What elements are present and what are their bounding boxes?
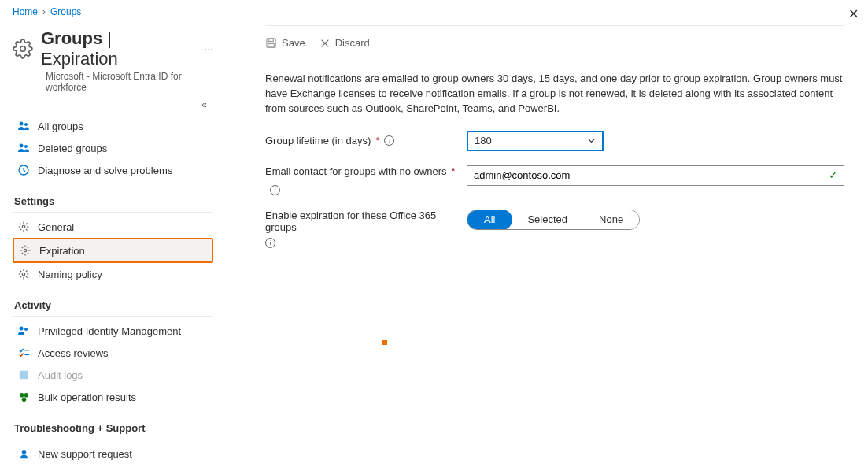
info-icon[interactable]: i bbox=[270, 185, 280, 195]
svg-rect-19 bbox=[269, 39, 274, 42]
svg-rect-13 bbox=[20, 371, 28, 380]
lifetime-select[interactable]: 180 bbox=[467, 131, 604, 151]
sidebar-item-bulk-results[interactable]: Bulk operation results bbox=[13, 386, 213, 408]
section-troubleshoot: Troubleshooting + Support bbox=[13, 419, 213, 437]
svg-point-7 bbox=[24, 249, 27, 252]
info-icon[interactable]: i bbox=[265, 238, 275, 248]
enable-label: Enable expiration for these Office 365 g… bbox=[265, 210, 457, 248]
svg-point-0 bbox=[20, 46, 26, 52]
sidebar-item-label: All groups bbox=[38, 121, 83, 132]
collapse-sidebar-icon[interactable]: « bbox=[13, 93, 213, 112]
sidebar-item-audit-logs[interactable]: Audit logs bbox=[13, 364, 213, 386]
breadcrumb: Home › Groups bbox=[0, 0, 868, 20]
section-activity: Activity bbox=[13, 296, 213, 314]
checkmark-icon: ✓ bbox=[829, 169, 838, 181]
people-icon bbox=[17, 142, 30, 154]
sidebar-item-general[interactable]: General bbox=[13, 216, 213, 238]
sidebar-item-label: General bbox=[38, 221, 74, 233]
required-asterisk: * bbox=[375, 135, 379, 146]
title-light: Expiration bbox=[41, 49, 118, 69]
sidebar-item-label: Privileged Identity Management bbox=[38, 325, 181, 337]
enable-pill-group: All Selected None bbox=[467, 210, 640, 230]
email-label: Email contact for groups with no owners … bbox=[265, 165, 457, 195]
section-settings: Settings bbox=[13, 192, 213, 210]
checklist-icon bbox=[17, 347, 30, 359]
more-icon[interactable]: ··· bbox=[198, 43, 213, 55]
sidebar-item-label: Diagnose and solve problems bbox=[38, 165, 172, 176]
pill-selected[interactable]: Selected bbox=[512, 210, 583, 229]
svg-point-3 bbox=[20, 144, 24, 148]
svg-point-2 bbox=[24, 123, 28, 126]
required-asterisk: * bbox=[452, 165, 456, 177]
discard-icon bbox=[319, 38, 331, 49]
chevron-right-icon: › bbox=[42, 6, 46, 17]
svg-point-15 bbox=[24, 392, 28, 397]
breadcrumb-groups[interactable]: Groups bbox=[50, 6, 81, 17]
close-icon[interactable]: ✕ bbox=[848, 6, 859, 21]
info-icon[interactable]: i bbox=[384, 135, 394, 146]
page-title-row: Groups | Expiration ··· bbox=[13, 20, 213, 69]
gear-icon bbox=[17, 221, 30, 233]
gear-icon bbox=[17, 268, 30, 280]
svg-point-14 bbox=[19, 392, 24, 397]
page-subtitle: Microsoft - Microsoft Entra ID for workf… bbox=[13, 71, 213, 93]
svg-point-4 bbox=[24, 145, 28, 148]
discard-button[interactable]: Discard bbox=[319, 37, 370, 49]
lifetime-label: Group lifetime (in days) * i bbox=[265, 135, 457, 146]
save-button[interactable]: Save bbox=[265, 37, 305, 49]
bulk-icon bbox=[17, 391, 30, 403]
discard-label: Discard bbox=[335, 37, 370, 49]
people-icon bbox=[17, 120, 30, 132]
marker-dot bbox=[382, 340, 387, 345]
pill-none[interactable]: None bbox=[583, 210, 639, 229]
sidebar-item-support[interactable]: New support request bbox=[13, 443, 213, 465]
svg-rect-20 bbox=[268, 43, 275, 47]
sidebar-item-access-reviews[interactable]: Access reviews bbox=[13, 342, 213, 364]
people-icon bbox=[17, 325, 30, 337]
sidebar-item-label: Naming policy bbox=[38, 269, 102, 280]
email-input[interactable] bbox=[467, 165, 844, 186]
gear-icon bbox=[13, 39, 33, 59]
title-bold: Groups bbox=[41, 28, 102, 48]
save-label: Save bbox=[282, 37, 305, 49]
sidebar-item-deleted-groups[interactable]: Deleted groups bbox=[13, 137, 213, 159]
sidebar-item-label: Access reviews bbox=[38, 347, 109, 359]
gear-icon bbox=[19, 244, 31, 257]
sidebar-item-label: Deleted groups bbox=[38, 143, 107, 154]
svg-point-1 bbox=[20, 122, 24, 126]
diagnose-icon bbox=[17, 164, 30, 176]
support-icon bbox=[17, 447, 30, 460]
svg-point-16 bbox=[21, 397, 26, 402]
svg-point-9 bbox=[20, 327, 24, 331]
content-pane: Save Discard Renewal notifications are e… bbox=[218, 20, 868, 465]
toolbar: Save Discard bbox=[265, 26, 844, 57]
svg-point-17 bbox=[21, 449, 26, 454]
pill-all[interactable]: All bbox=[467, 210, 512, 230]
sidebar-item-naming-policy[interactable]: Naming policy bbox=[13, 263, 213, 285]
chevron-down-icon bbox=[587, 136, 596, 145]
log-icon bbox=[17, 369, 30, 381]
sidebar-item-pim[interactable]: Privileged Identity Management bbox=[13, 320, 213, 342]
sidebar: Groups | Expiration ··· Microsoft - Micr… bbox=[0, 20, 218, 465]
lifetime-value: 180 bbox=[475, 135, 492, 146]
breadcrumb-home[interactable]: Home bbox=[13, 6, 38, 17]
sidebar-item-expiration[interactable]: Expiration bbox=[13, 238, 213, 263]
title-sep: | bbox=[102, 28, 112, 48]
description-text: Renewal notifications are emailed to gro… bbox=[265, 72, 844, 117]
svg-point-6 bbox=[22, 225, 25, 228]
sidebar-item-all-groups[interactable]: All groups bbox=[13, 115, 213, 137]
save-icon bbox=[265, 37, 277, 49]
sidebar-item-diagnose[interactable]: Diagnose and solve problems bbox=[13, 159, 213, 181]
sidebar-item-label: Expiration bbox=[39, 245, 85, 257]
sidebar-item-label: New support request bbox=[38, 448, 132, 460]
svg-point-8 bbox=[22, 273, 25, 276]
sidebar-item-label: Bulk operation results bbox=[38, 391, 136, 403]
svg-point-10 bbox=[24, 328, 28, 331]
sidebar-item-label: Audit logs bbox=[38, 369, 83, 381]
